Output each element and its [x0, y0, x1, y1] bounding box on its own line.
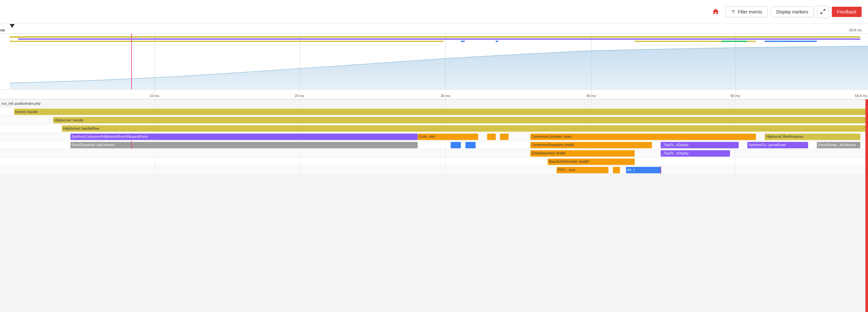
bar-conference-repo[interactable]: ConferenceRepository::findAll	[530, 142, 652, 148]
bar-httpkernel-handle[interactable]: HttpKernel::handle	[53, 117, 868, 123]
bar-label-filter-response: HttpKernel::filterResponse	[766, 135, 803, 138]
bar-label-event-dispatcher2: EventDispatc...allListeners	[818, 143, 856, 147]
bar-small-orange2[interactable]	[500, 134, 508, 140]
trace-row-run-init[interactable]: run_init::public/index.php	[0, 99, 868, 108]
overview-bar-yellow	[9, 36, 860, 38]
display-markers-button[interactable]: Display markers	[771, 6, 814, 17]
bar-event-dispatcher-gray2[interactable]: EventDispatc...allListeners	[817, 142, 860, 148]
trace-row-pdo[interactable]: PDO::...truct Ab...l	[0, 166, 868, 174]
bar-label-conference-controller: ConferenceController::index	[532, 135, 571, 138]
home-icon	[712, 8, 719, 16]
bar-event-dispatcher-gray[interactable]: EventDispatcher::callListeners	[70, 142, 418, 148]
trace-row-kernel-handle[interactable]: Kernel::handle	[0, 108, 868, 116]
overview-bar-green	[721, 41, 747, 42]
bar-label-basic-entity: BasicEntityPersister::loadAll	[549, 160, 589, 163]
display-markers-label: Display markers	[776, 9, 808, 15]
toolbar: Filter events Display markers Feedback	[0, 0, 868, 24]
bar-label-twig-display2: _TwigTe...oDisplay	[662, 151, 688, 155]
bar-pdo[interactable]: PDO::...truct	[557, 167, 609, 173]
overview-bar-yellow2	[9, 41, 443, 42]
bar-basic-entity[interactable]: BasicEntityPersister::loadAll	[548, 159, 634, 165]
overview-bar-blue-dots2	[496, 41, 498, 42]
bar-label-kernel-handle: Kernel::handle	[16, 110, 38, 114]
expand-icon	[820, 9, 826, 15]
timeline-container: 10 ms 20 ms 30 ms 40 ms 50 ms 59.8 ms	[0, 24, 868, 312]
detail-ruler: 10 ms 20 ms 30 ms 40 ms 50 ms 59.8 ms	[0, 90, 868, 99]
svg-line-4	[820, 12, 822, 13]
bar-label-event-dispatcher: EventDispatcher::callListeners	[72, 143, 115, 147]
filter-events-label: Filter events	[738, 9, 762, 15]
bar-twig-display1[interactable]: _TwigTe...oDisplay	[660, 142, 739, 148]
bar-label-controller: Contr...oller	[419, 135, 435, 138]
overview-dot-blue	[140, 38, 141, 40]
bar-pdo-small[interactable]	[613, 167, 620, 173]
overview-pink-marker	[131, 34, 132, 89]
bar-kernel-handle[interactable]: Kernel::handle	[14, 109, 868, 115]
overview-ruler: 10 ms 20 ms 30 ms 40 ms 50 ms 59.8 ms	[0, 24, 868, 34]
bar-abl[interactable]: Ab...l	[626, 167, 660, 173]
detail-ruler-end: 59.8 ms	[855, 94, 867, 98]
bar-request-event-purple[interactable]: Symfony\Component\HttpKernel\Event\Reque…	[70, 134, 418, 140]
bar-twig-display2[interactable]: _TwigTe...oDisplay	[660, 150, 730, 157]
label-run-init: run_init::public/index.php	[2, 102, 41, 105]
trace-row-basic-entity[interactable]: BasicEntityPersister::loadAll	[0, 158, 868, 166]
bar-ponse-event[interactable]: Symfony\Co...ponseEvent	[747, 142, 808, 148]
bar-controller[interactable]: Contr...oller	[418, 134, 478, 140]
trace-row-httpkernel-handleraw[interactable]: HttpKernel::handleRaw	[0, 124, 868, 133]
bar-conference-controller[interactable]: ConferenceController::index	[530, 134, 756, 140]
overview-panel[interactable]	[0, 34, 868, 90]
trace-row-entity-repo[interactable]: EntityRepository::findBy _TwigTe...oDisp…	[0, 149, 868, 158]
expand-button[interactable]	[817, 6, 829, 18]
overview-bar-blue-dots	[461, 41, 465, 42]
bar-small-orange1[interactable]	[487, 134, 496, 140]
trace-row-event-dispatcher[interactable]: EventDispatcher::callListeners Conferenc…	[0, 141, 868, 149]
detail-panel[interactable]: run_init::public/index.php Kernel::handl…	[0, 99, 868, 312]
bar-entity-repo[interactable]: EntityRepository::findBy	[530, 150, 634, 157]
bar-label-httpkernel-handle: HttpKernel::handle	[54, 118, 84, 122]
ruler-tick-50ms: 50 ms	[0, 28, 5, 32]
pink-marker-row5	[131, 141, 132, 149]
trace-row-httpkernel-handle[interactable]: HttpKernel::handle	[0, 116, 868, 124]
bar-label-abl: Ab...l	[627, 168, 635, 172]
home-button[interactable]	[709, 5, 722, 19]
bar-label-entity-repo: EntityRepository::findBy	[532, 151, 565, 155]
red-sidebar	[865, 99, 868, 312]
overview-bar-blue2	[765, 41, 817, 42]
bar-label-ponse-event: Symfony\Co...ponseEvent	[749, 143, 786, 147]
bar-blue-dot2[interactable]	[465, 142, 476, 148]
bar-label-request-event: Symfony\Component\HttpKernel\Event\Reque…	[72, 135, 148, 138]
ruler-tick-598ms: 59.8 ms	[849, 28, 862, 32]
overview-area-chart	[9, 45, 868, 89]
time-marker-arrow	[9, 24, 15, 28]
bar-label-httpkernel-handleraw: HttpKernel::handleRaw	[63, 126, 99, 131]
trace-row-request-event[interactable]: Symfony\Component\HttpKernel\Event\Reque…	[0, 133, 868, 141]
feedback-button[interactable]: Feedback	[832, 7, 862, 17]
bar-blue-dot1[interactable]	[451, 142, 461, 148]
bar-label-twig-display1: _TwigTe...oDisplay	[662, 143, 688, 147]
overview-bar-purple	[18, 38, 860, 40]
svg-line-3	[823, 9, 825, 11]
feedback-label: Feedback	[837, 9, 857, 15]
bar-httpkernel-handleraw[interactable]: HttpKernel::handleRaw	[62, 125, 868, 132]
bar-label-pdo: PDO::...truct	[558, 168, 576, 172]
filter-icon	[731, 9, 736, 15]
bar-filter-response[interactable]: HttpKernel::filterResponse	[765, 134, 860, 140]
pink-marker-pdo-row	[660, 166, 661, 174]
bar-label-conference-repo: ConferenceRepository::findAll	[532, 143, 574, 147]
filter-events-button[interactable]: Filter events	[725, 6, 768, 17]
